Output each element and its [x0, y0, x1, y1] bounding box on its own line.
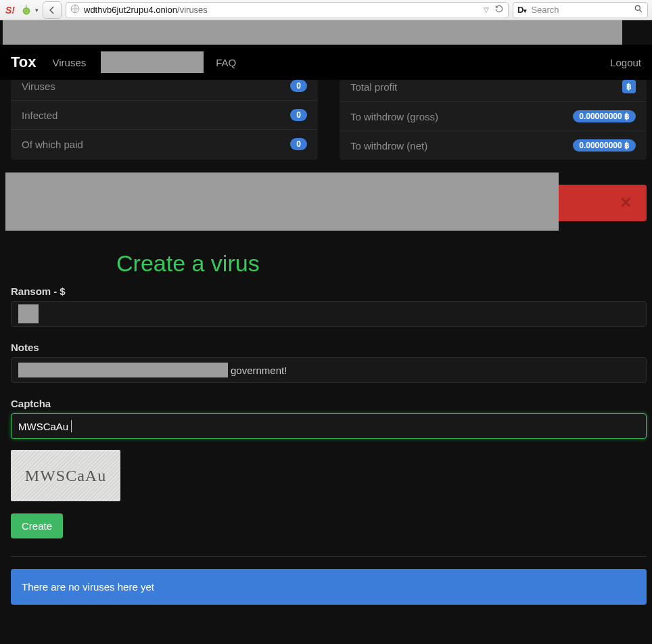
- stat-value-badge: 0: [290, 138, 307, 150]
- notes-input[interactable]: government!: [11, 357, 647, 383]
- search-engine-icon[interactable]: D▾: [517, 5, 527, 15]
- stat-viruses: Viruses 0: [11, 80, 318, 100]
- stat-value-badge: 0.00000000 ฿: [573, 139, 636, 152]
- stat-total-profit: Total profit ฿: [340, 80, 647, 101]
- dropdown-history-icon[interactable]: ▽: [484, 6, 489, 14]
- stat-label: To withdrow (net): [350, 140, 427, 152]
- svg-point-4: [635, 5, 640, 10]
- alert-zone: ✕: [5, 172, 647, 237]
- stat-value-badge: 0: [290, 109, 307, 121]
- captcha-input[interactable]: MWSCaAu: [11, 413, 647, 439]
- browser-toolbar: S! ▾ wdthvb6jut2rupu4.onion/viruses ▽ D▾…: [0, 0, 652, 20]
- ransom-input[interactable]: [11, 301, 647, 327]
- nav-viruses[interactable]: Viruses: [52, 57, 86, 68]
- search-icon[interactable]: [634, 4, 643, 16]
- page-body: Tox Viruses FAQ Logout Viruses 0 Infecte…: [0, 20, 652, 644]
- redacted-alert-cover: [5, 172, 559, 231]
- notes-label: Notes: [11, 342, 647, 353]
- stat-label: Infected: [22, 110, 57, 121]
- dollar-icon: $: [60, 285, 65, 297]
- onion-dropdown-icon[interactable]: ▾: [35, 7, 39, 14]
- captcha-label: Captcha: [11, 398, 647, 409]
- redacted-banner-top: [3, 20, 622, 45]
- stats-panel-right: Total profit ฿ To withdrow (gross) 0.000…: [340, 80, 647, 160]
- captcha-image: MWSCaAu: [11, 450, 120, 501]
- create-button[interactable]: Create: [11, 513, 63, 538]
- stat-infected: Infected 0: [11, 100, 318, 129]
- stat-value-badge: ฿: [622, 80, 636, 93]
- redacted-notes-prefix: [18, 363, 228, 377]
- search-bar[interactable]: D▾ Search: [513, 2, 648, 18]
- navbar: Tox Viruses FAQ Logout: [0, 45, 652, 80]
- notes-suffix-text: government!: [231, 365, 287, 376]
- redacted-ransom-value: [18, 304, 39, 323]
- url-host: wdthvb6jut2rupu4.onion/viruses: [84, 5, 208, 15]
- stat-withdraw-net: To withdrow (net) 0.00000000 ฿: [340, 131, 647, 160]
- stat-withdraw-gross: To withdrow (gross) 0.00000000 ฿: [340, 101, 647, 131]
- stat-label: Of which paid: [22, 139, 83, 150]
- stats-row: Viruses 0 Infected 0 Of which paid 0 Tot…: [11, 80, 647, 160]
- stat-value-badge: 0.00000000 ฿: [573, 110, 636, 122]
- create-virus-heading: Create a virus: [116, 250, 260, 277]
- tor-onion-icon[interactable]: [20, 4, 32, 16]
- reload-icon[interactable]: [494, 4, 504, 16]
- redacted-nav-item: [101, 51, 204, 73]
- stats-panel-left: Viruses 0 Infected 0 Of which paid 0: [11, 80, 318, 160]
- search-placeholder: Search: [531, 5, 559, 15]
- url-bar[interactable]: wdthvb6jut2rupu4.onion/viruses ▽: [66, 2, 509, 18]
- info-banner: There are no viruses here yet: [11, 569, 647, 605]
- divider: [11, 556, 647, 557]
- nav-logout[interactable]: Logout: [610, 57, 641, 68]
- stat-value-badge: 0: [290, 80, 307, 92]
- nav-faq[interactable]: FAQ: [216, 57, 236, 68]
- back-button[interactable]: [43, 1, 62, 19]
- text-caret: [71, 420, 72, 432]
- stat-label: Viruses: [22, 80, 55, 92]
- svg-point-2: [25, 9, 27, 12]
- globe-icon: [70, 4, 80, 16]
- ransom-label: Ransom - $: [11, 285, 647, 297]
- stat-label: Total profit: [350, 81, 397, 93]
- arrow-left-icon: [47, 5, 57, 15]
- brand-logo[interactable]: Tox: [11, 53, 36, 71]
- extension-icon[interactable]: S!: [4, 4, 16, 16]
- captcha-input-value: MWSCaAu: [18, 421, 68, 432]
- captcha-image-text: MWSCaAu: [25, 467, 106, 485]
- stat-label: To withdrow (gross): [350, 111, 438, 122]
- create-virus-form: Ransom - $ Notes government! Captcha MWS…: [11, 285, 647, 605]
- stat-paid: Of which paid 0: [11, 129, 318, 158]
- close-icon[interactable]: ✕: [620, 194, 632, 212]
